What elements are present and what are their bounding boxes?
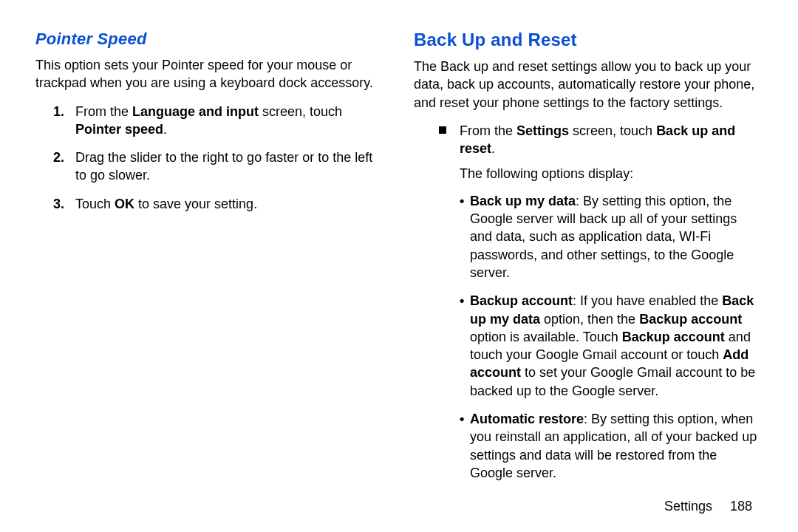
steps-list: From the Language and input screen, touc… [35, 103, 384, 213]
footer-page-number: 188 [730, 499, 752, 514]
opt1-label: Back up my data [470, 194, 576, 208]
heading-backup-reset: Back Up and Reset [414, 30, 763, 50]
options-list: Back up my data: By setting this option,… [414, 192, 763, 482]
from-text1: From the [460, 123, 516, 138]
step-1-bold1: Language and input [132, 104, 259, 119]
opt2-p1: : If you have enabled the [573, 293, 722, 308]
heading-pointer-speed: Pointer Speed [35, 30, 384, 49]
square-bullet-icon [439, 126, 446, 134]
option-backup-my-data: Back up my data: By setting this option,… [460, 192, 763, 282]
opt2-p3: option is available. Touch [470, 330, 622, 344]
opt2-bold-b: Backup account [639, 312, 742, 327]
opt2-p2: option, then the [540, 312, 639, 327]
right-column: Back Up and Reset The Back up and reset … [414, 30, 763, 517]
opt3-label: Automatic restore [470, 412, 584, 426]
step-1-text1: From the [75, 104, 132, 119]
opt2-bold-c: Backup account [622, 330, 725, 344]
intro-backup-reset: The Back up and reset settings allow you… [414, 58, 763, 112]
option-backup-account: Backup account: If you have enabled the … [460, 292, 763, 400]
option-automatic-restore: Automatic restore: By setting this optio… [460, 410, 763, 482]
step-3-text1: Touch [75, 197, 115, 211]
from-text2: screen, touch [569, 123, 656, 138]
step-2: Drag the slider to the right to go faste… [75, 149, 384, 185]
step-1-text3: . [163, 122, 167, 137]
step-2-text: Drag the slider to the right to go faste… [75, 150, 372, 183]
intro-pointer-speed: This option sets your Pointer speed for … [35, 56, 384, 92]
left-column: Pointer Speed This option sets your Poin… [35, 30, 384, 517]
page-footer: Settings188 [664, 499, 752, 514]
opt2-label: Backup account [470, 293, 573, 308]
footer-section: Settings [664, 499, 712, 514]
step-1-text2: screen, touch [259, 104, 342, 119]
step-1: From the Language and input screen, touc… [75, 103, 384, 139]
square-bullet-row: From the Settings screen, touch Back up … [414, 122, 763, 158]
from-text3: . [491, 141, 495, 156]
from-bold1: Settings [516, 123, 569, 138]
step-3: Touch OK to save your setting. [75, 195, 384, 213]
step-3-text2: to save your setting. [134, 197, 257, 211]
step-3-bold: OK [115, 197, 134, 211]
page: Pointer Speed This option sets your Poin… [0, 0, 798, 532]
following-options-label: The following options display: [414, 165, 763, 183]
from-settings-line: From the Settings screen, touch Back up … [460, 122, 763, 158]
step-1-bold2: Pointer speed [75, 122, 163, 137]
